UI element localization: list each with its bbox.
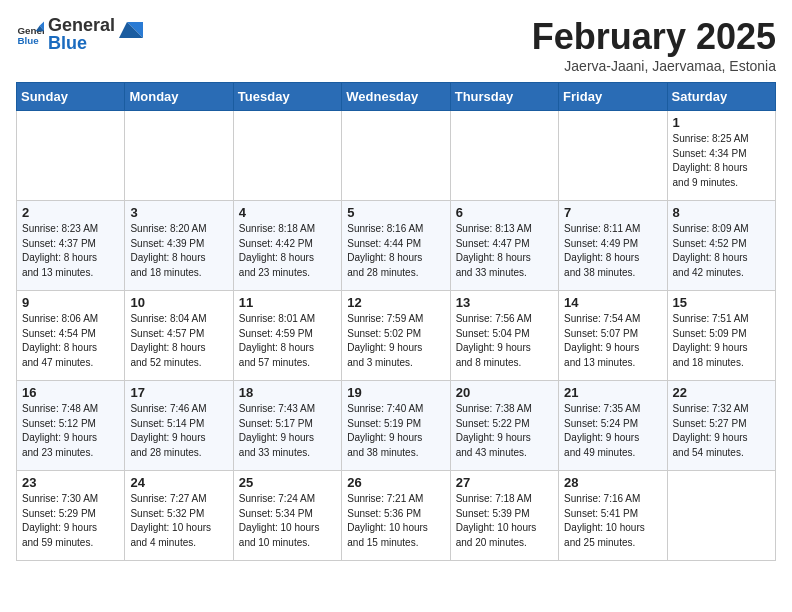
day-info: Sunrise: 7:43 AM Sunset: 5:17 PM Dayligh… [239,402,336,460]
calendar-day-cell: 6Sunrise: 8:13 AM Sunset: 4:47 PM Daylig… [450,201,558,291]
day-info: Sunrise: 7:59 AM Sunset: 5:02 PM Dayligh… [347,312,444,370]
day-info: Sunrise: 7:27 AM Sunset: 5:32 PM Dayligh… [130,492,227,550]
day-number: 25 [239,475,336,490]
calendar-day-cell: 24Sunrise: 7:27 AM Sunset: 5:32 PM Dayli… [125,471,233,561]
day-number: 22 [673,385,770,400]
header: General Blue General Blue February 2025 … [16,16,776,74]
calendar-day-cell: 25Sunrise: 7:24 AM Sunset: 5:34 PM Dayli… [233,471,341,561]
day-info: Sunrise: 7:40 AM Sunset: 5:19 PM Dayligh… [347,402,444,460]
day-number: 3 [130,205,227,220]
day-info: Sunrise: 7:24 AM Sunset: 5:34 PM Dayligh… [239,492,336,550]
calendar-day-cell [125,111,233,201]
calendar-day-cell: 27Sunrise: 7:18 AM Sunset: 5:39 PM Dayli… [450,471,558,561]
day-number: 5 [347,205,444,220]
day-number: 16 [22,385,119,400]
day-info: Sunrise: 7:56 AM Sunset: 5:04 PM Dayligh… [456,312,553,370]
logo-icon: General Blue [16,20,44,48]
weekday-header-cell: Saturday [667,83,775,111]
calendar-day-cell: 8Sunrise: 8:09 AM Sunset: 4:52 PM Daylig… [667,201,775,291]
day-info: Sunrise: 7:54 AM Sunset: 5:07 PM Dayligh… [564,312,661,370]
day-number: 8 [673,205,770,220]
day-info: Sunrise: 7:32 AM Sunset: 5:27 PM Dayligh… [673,402,770,460]
calendar-week-row: 16Sunrise: 7:48 AM Sunset: 5:12 PM Dayli… [17,381,776,471]
calendar-day-cell: 16Sunrise: 7:48 AM Sunset: 5:12 PM Dayli… [17,381,125,471]
calendar-day-cell [233,111,341,201]
day-number: 4 [239,205,336,220]
calendar-day-cell: 12Sunrise: 7:59 AM Sunset: 5:02 PM Dayli… [342,291,450,381]
calendar-day-cell: 11Sunrise: 8:01 AM Sunset: 4:59 PM Dayli… [233,291,341,381]
weekday-header-cell: Wednesday [342,83,450,111]
day-number: 24 [130,475,227,490]
day-info: Sunrise: 7:16 AM Sunset: 5:41 PM Dayligh… [564,492,661,550]
day-number: 28 [564,475,661,490]
day-number: 21 [564,385,661,400]
day-info: Sunrise: 8:01 AM Sunset: 4:59 PM Dayligh… [239,312,336,370]
calendar-day-cell [667,471,775,561]
calendar-week-row: 23Sunrise: 7:30 AM Sunset: 5:29 PM Dayli… [17,471,776,561]
calendar-day-cell: 14Sunrise: 7:54 AM Sunset: 5:07 PM Dayli… [559,291,667,381]
calendar-day-cell [17,111,125,201]
calendar-day-cell: 9Sunrise: 8:06 AM Sunset: 4:54 PM Daylig… [17,291,125,381]
calendar-body: 1Sunrise: 8:25 AM Sunset: 4:34 PM Daylig… [17,111,776,561]
calendar-day-cell: 22Sunrise: 7:32 AM Sunset: 5:27 PM Dayli… [667,381,775,471]
day-info: Sunrise: 7:35 AM Sunset: 5:24 PM Dayligh… [564,402,661,460]
day-number: 27 [456,475,553,490]
day-number: 7 [564,205,661,220]
day-number: 13 [456,295,553,310]
day-number: 2 [22,205,119,220]
day-number: 1 [673,115,770,130]
weekday-header-cell: Tuesday [233,83,341,111]
calendar-day-cell: 2Sunrise: 8:23 AM Sunset: 4:37 PM Daylig… [17,201,125,291]
calendar-day-cell: 10Sunrise: 8:04 AM Sunset: 4:57 PM Dayli… [125,291,233,381]
calendar-day-cell: 26Sunrise: 7:21 AM Sunset: 5:36 PM Dayli… [342,471,450,561]
day-info: Sunrise: 8:09 AM Sunset: 4:52 PM Dayligh… [673,222,770,280]
day-info: Sunrise: 8:11 AM Sunset: 4:49 PM Dayligh… [564,222,661,280]
calendar-day-cell: 13Sunrise: 7:56 AM Sunset: 5:04 PM Dayli… [450,291,558,381]
day-info: Sunrise: 7:48 AM Sunset: 5:12 PM Dayligh… [22,402,119,460]
day-number: 14 [564,295,661,310]
calendar-table: SundayMondayTuesdayWednesdayThursdayFrid… [16,82,776,561]
calendar-day-cell: 1Sunrise: 8:25 AM Sunset: 4:34 PM Daylig… [667,111,775,201]
day-number: 6 [456,205,553,220]
weekday-header-cell: Monday [125,83,233,111]
day-info: Sunrise: 8:06 AM Sunset: 4:54 PM Dayligh… [22,312,119,370]
day-info: Sunrise: 8:13 AM Sunset: 4:47 PM Dayligh… [456,222,553,280]
day-number: 9 [22,295,119,310]
day-info: Sunrise: 8:20 AM Sunset: 4:39 PM Dayligh… [130,222,227,280]
day-info: Sunrise: 7:30 AM Sunset: 5:29 PM Dayligh… [22,492,119,550]
day-info: Sunrise: 8:23 AM Sunset: 4:37 PM Dayligh… [22,222,119,280]
logo: General Blue General Blue [16,16,143,52]
calendar-subtitle: Jaerva-Jaani, Jaervamaa, Estonia [532,58,776,74]
calendar-title: February 2025 [532,16,776,58]
day-info: Sunrise: 8:04 AM Sunset: 4:57 PM Dayligh… [130,312,227,370]
weekday-header-cell: Sunday [17,83,125,111]
calendar-day-cell: 18Sunrise: 7:43 AM Sunset: 5:17 PM Dayli… [233,381,341,471]
svg-text:Blue: Blue [17,35,39,46]
day-info: Sunrise: 8:16 AM Sunset: 4:44 PM Dayligh… [347,222,444,280]
logo-arrow-icon [119,22,143,46]
calendar-day-cell: 7Sunrise: 8:11 AM Sunset: 4:49 PM Daylig… [559,201,667,291]
calendar-week-row: 9Sunrise: 8:06 AM Sunset: 4:54 PM Daylig… [17,291,776,381]
day-number: 17 [130,385,227,400]
calendar-week-row: 2Sunrise: 8:23 AM Sunset: 4:37 PM Daylig… [17,201,776,291]
day-number: 19 [347,385,444,400]
day-info: Sunrise: 7:21 AM Sunset: 5:36 PM Dayligh… [347,492,444,550]
day-info: Sunrise: 7:46 AM Sunset: 5:14 PM Dayligh… [130,402,227,460]
calendar-day-cell: 20Sunrise: 7:38 AM Sunset: 5:22 PM Dayli… [450,381,558,471]
day-number: 11 [239,295,336,310]
day-number: 15 [673,295,770,310]
calendar-day-cell: 17Sunrise: 7:46 AM Sunset: 5:14 PM Dayli… [125,381,233,471]
calendar-day-cell: 28Sunrise: 7:16 AM Sunset: 5:41 PM Dayli… [559,471,667,561]
logo-general-text: General [48,15,115,35]
calendar-day-cell: 5Sunrise: 8:16 AM Sunset: 4:44 PM Daylig… [342,201,450,291]
day-number: 18 [239,385,336,400]
weekday-header-cell: Friday [559,83,667,111]
day-number: 23 [22,475,119,490]
day-number: 26 [347,475,444,490]
calendar-day-cell [342,111,450,201]
calendar-day-cell: 21Sunrise: 7:35 AM Sunset: 5:24 PM Dayli… [559,381,667,471]
calendar-day-cell: 23Sunrise: 7:30 AM Sunset: 5:29 PM Dayli… [17,471,125,561]
calendar-day-cell: 19Sunrise: 7:40 AM Sunset: 5:19 PM Dayli… [342,381,450,471]
day-info: Sunrise: 8:25 AM Sunset: 4:34 PM Dayligh… [673,132,770,190]
day-info: Sunrise: 7:18 AM Sunset: 5:39 PM Dayligh… [456,492,553,550]
